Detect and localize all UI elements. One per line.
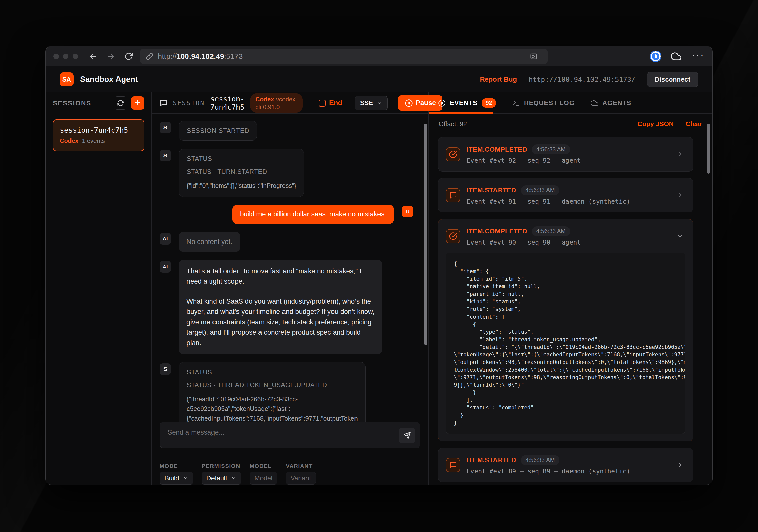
event-card[interactable]: ITEM.COMPLETED 4:56:33 AM Event #evt_92 … xyxy=(438,137,693,172)
chevron-down-icon xyxy=(377,100,382,106)
browser-window: http://100.94.102.49:5173 ··· SA Sandbox… xyxy=(46,46,712,485)
transport-select[interactable]: SSE xyxy=(355,96,388,110)
user-message: build me a billion dollar saas. make no … xyxy=(160,205,413,224)
message-bubble: SESSION STARTED xyxy=(179,121,257,141)
end-label: End xyxy=(329,99,342,107)
system-message: S SESSION STARTED xyxy=(160,121,413,141)
send-icon xyxy=(403,432,411,439)
copy-json-button[interactable]: Copy JSON xyxy=(637,120,673,128)
system-message: S STATUS STATUS - THREAD.TOKEN_USAGE.UPD… xyxy=(160,362,413,422)
panel-tabs: EVENTS 92 REQUEST LOG AGENTS xyxy=(429,92,712,114)
variant-label: VARIANT xyxy=(286,463,316,469)
event-meta: Event #evt_91 – seq 91 – daemon (synthet… xyxy=(467,198,670,205)
browser-toolbar: http://100.94.102.49:5173 ··· xyxy=(46,46,712,66)
cloud-icon xyxy=(591,99,598,107)
chat-scrollbar[interactable] xyxy=(424,123,427,345)
event-json: { "item": { "item_id": "itm_5", "native_… xyxy=(446,252,685,434)
reload-icon[interactable] xyxy=(122,50,135,62)
disconnect-button[interactable]: Disconnect xyxy=(647,72,698,87)
event-type: ITEM.STARTED xyxy=(467,186,516,194)
assistant-avatar: AI xyxy=(160,233,171,245)
message-bubble: That’s a tall order. To move fast and “m… xyxy=(179,260,382,354)
event-type: ITEM.COMPLETED xyxy=(467,146,527,153)
app-title: Sandbox Agent xyxy=(80,75,138,84)
events-scrollbar[interactable] xyxy=(707,123,710,174)
end-checkbox[interactable]: End xyxy=(319,99,342,107)
event-card-expanded[interactable]: ITEM.COMPLETED 4:56:33 AM Event #evt_90 … xyxy=(438,219,693,441)
system-avatar: S xyxy=(160,150,171,161)
message-bubble: STATUS STATUS - TURN.STARTED {"id":"0","… xyxy=(179,149,304,197)
browser-menu-icon[interactable]: ··· xyxy=(692,52,705,61)
close-window-button[interactable] xyxy=(53,53,59,59)
check-circle-icon xyxy=(446,147,460,161)
chevron-down-icon xyxy=(183,476,188,481)
active-tab-underline xyxy=(429,113,493,114)
events-panel: EVENTS 92 REQUEST LOG AGENTS xyxy=(429,92,712,484)
zoom-window-button[interactable] xyxy=(73,53,78,59)
event-type: ITEM.COMPLETED xyxy=(467,227,527,235)
event-meta: Event #evt_90 – seq 90 – agent xyxy=(467,239,670,246)
report-bug-link[interactable]: Report Bug xyxy=(480,76,517,83)
assistant-message: AI That’s a tall order. To move fast and… xyxy=(160,260,413,354)
assistant-message: AI No content yet. xyxy=(160,232,413,252)
check-circle-icon xyxy=(446,229,460,243)
offset-label: Offset: 92 xyxy=(439,120,467,128)
tab-events[interactable]: EVENTS 92 xyxy=(438,98,496,108)
pause-circle-icon xyxy=(405,99,413,107)
window-controls xyxy=(53,53,78,59)
password-manager-icon[interactable] xyxy=(651,51,661,61)
session-header-name: session-7un4c7h5 xyxy=(210,95,244,112)
chevron-right-icon xyxy=(677,461,684,469)
user-avatar: U xyxy=(402,206,413,217)
tab-request-log[interactable]: REQUEST LOG xyxy=(512,99,574,107)
clear-button[interactable]: Clear xyxy=(686,120,702,128)
new-session-button[interactable]: + xyxy=(131,96,144,110)
tab-agents[interactable]: AGENTS xyxy=(591,99,631,107)
server-url: http://100.94.102.49:5173/ xyxy=(529,76,636,83)
message-bubble: No content yet. xyxy=(179,232,240,252)
event-time: 4:56:33 AM xyxy=(521,185,559,195)
minimize-window-button[interactable] xyxy=(63,53,68,59)
reader-panel-icon[interactable] xyxy=(530,52,537,60)
session-header: SESSION session-7un4c7h5 Codexvcodex-cli… xyxy=(152,92,428,114)
refresh-sessions-button[interactable] xyxy=(114,96,127,110)
variant-input[interactable]: Variant xyxy=(286,472,316,484)
session-label: SESSION xyxy=(173,99,205,107)
divider xyxy=(46,114,151,114)
checkbox-icon xyxy=(319,100,326,107)
composer: MODE Build PERMISSION Default xyxy=(152,422,428,484)
events-toolbar: Offset: 92 Copy JSON Clear xyxy=(429,114,712,134)
system-avatar: S xyxy=(160,363,171,375)
events-count-badge: 92 xyxy=(482,98,496,108)
send-button[interactable] xyxy=(399,428,415,443)
forward-icon[interactable] xyxy=(105,50,117,62)
session-meta: Codex1 events xyxy=(60,137,137,145)
event-type: ITEM.STARTED xyxy=(467,456,516,464)
system-avatar: S xyxy=(160,122,171,133)
event-time: 4:56:33 AM xyxy=(521,455,559,465)
chat-bubble-icon xyxy=(446,188,460,202)
model-input[interactable]: Model xyxy=(250,472,277,484)
message-input[interactable] xyxy=(160,422,420,448)
message-bubble: STATUS STATUS - THREAD.TOKEN_USAGE.UPDAT… xyxy=(179,362,365,422)
chevron-right-icon xyxy=(677,151,684,158)
back-icon[interactable] xyxy=(87,50,99,62)
cloud-icon[interactable] xyxy=(671,51,681,62)
event-card[interactable]: ITEM.STARTED 4:56:33 AM Event #evt_89 – … xyxy=(438,448,693,482)
event-card[interactable]: ITEM.STARTED 4:56:33 AM Event #evt_91 – … xyxy=(438,178,693,213)
event-meta: Event #evt_92 – seq 92 – agent xyxy=(467,157,670,164)
session-list-item[interactable]: session-7un4c7h5 Codex1 events xyxy=(53,119,144,151)
message-bubble: build me a billion dollar saas. make no … xyxy=(232,205,394,224)
agent-version-badge: Codexvcodex-cli 0.91.0 xyxy=(250,93,303,113)
permission-select[interactable]: Default xyxy=(202,472,241,484)
mode-select[interactable]: Build xyxy=(160,472,193,484)
event-meta: Event #evt_89 – seq 89 – daemon (synthet… xyxy=(467,468,670,475)
address-bar[interactable]: http://100.94.102.49:5173 xyxy=(140,49,547,64)
session-panel: SESSION session-7un4c7h5 Codexvcodex-cli… xyxy=(152,92,429,484)
permission-label: PERMISSION xyxy=(202,463,241,469)
system-message: S STATUS STATUS - TURN.STARTED {"id":"0"… xyxy=(160,149,413,197)
app-header: SA Sandbox Agent Report Bug http://100.9… xyxy=(46,66,712,92)
terminal-icon xyxy=(512,99,520,107)
refresh-icon xyxy=(117,100,124,107)
link-icon xyxy=(146,52,154,60)
